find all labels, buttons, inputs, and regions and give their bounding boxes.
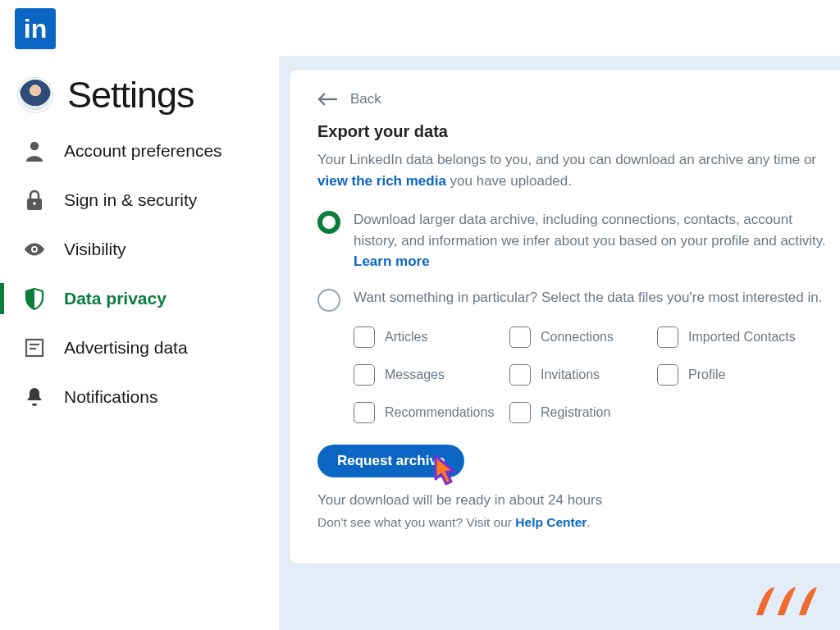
checkbox-grid: Articles Connections Imported Contacts M… — [354, 326, 829, 423]
option-full-archive[interactable]: Download larger data archive, including … — [317, 209, 829, 272]
checkbox-label: Profile — [688, 368, 725, 382]
checkbox-icon[interactable] — [354, 364, 375, 386]
sidebar-item-data-privacy[interactable]: Data privacy — [18, 287, 279, 310]
sidebar-item-account-preferences[interactable]: Account preferences — [18, 139, 279, 162]
eye-icon — [23, 238, 46, 261]
checkbox-imported-contacts[interactable]: Imported Contacts — [657, 326, 829, 348]
sidebar-item-notifications[interactable]: Notifications — [18, 386, 279, 409]
svg-point-4 — [33, 248, 36, 251]
checkbox-icon[interactable] — [657, 326, 678, 348]
help-center-link[interactable]: Help Center — [515, 515, 587, 529]
linkedin-logo-text: in — [24, 16, 47, 42]
help-text: Don't see what you want? Visit our Help … — [317, 515, 829, 530]
radio-unselected-icon[interactable] — [317, 289, 340, 312]
svg-point-2 — [33, 202, 36, 205]
download-ready-text: Your download will be ready in about 24 … — [317, 492, 829, 509]
checkbox-icon[interactable] — [354, 326, 375, 348]
checkbox-messages[interactable]: Messages — [354, 364, 509, 386]
arrow-left-icon — [317, 93, 339, 106]
lock-icon — [23, 189, 46, 212]
checkbox-icon[interactable] — [509, 326, 531, 348]
sidebar: Settings Account preferences Sign in & s… — [0, 56, 279, 630]
shield-icon — [23, 287, 46, 310]
section-title: Export your data — [317, 122, 829, 141]
linkedin-logo[interactable]: in — [15, 8, 56, 49]
checkbox-icon[interactable] — [354, 402, 375, 423]
person-icon — [23, 139, 46, 162]
checkbox-label: Registration — [541, 405, 610, 420]
settings-card: Back Export your data Your LinkedIn data… — [289, 69, 840, 564]
page-title: Settings — [67, 74, 194, 116]
checkbox-recommendations[interactable]: Recommendations — [354, 402, 509, 423]
option-full-text: Download larger data archive, including … — [354, 209, 829, 272]
back-button[interactable]: Back — [317, 91, 829, 107]
checkbox-profile[interactable]: Profile — [657, 364, 829, 386]
option-specific-files[interactable]: Want something in particular? Select the… — [317, 287, 829, 312]
checkbox-icon[interactable] — [657, 364, 678, 386]
checkbox-icon[interactable] — [509, 402, 531, 423]
help-suffix: . — [587, 515, 590, 529]
sidebar-item-visibility[interactable]: Visibility — [18, 238, 279, 261]
checkbox-label: Messages — [385, 368, 445, 382]
document-icon — [23, 336, 46, 359]
sidebar-item-label: Account preferences — [64, 141, 222, 161]
radio-selected-icon[interactable] — [317, 211, 340, 234]
sidebar-nav: Account preferences Sign in & security V… — [18, 139, 279, 409]
request-archive-button[interactable]: Request archive — [317, 445, 464, 477]
checkbox-label: Recommendations — [385, 405, 494, 420]
intro-text: Your LinkedIn data belongs to you, and y… — [317, 149, 829, 191]
sidebar-item-label: Data privacy — [64, 289, 167, 308]
option-a-prefix: Download larger data archive, including … — [354, 212, 826, 249]
sidebar-item-label: Advertising data — [64, 338, 188, 358]
sidebar-item-advertising-data[interactable]: Advertising data — [18, 336, 279, 359]
bell-icon — [23, 386, 46, 409]
sidebar-item-label: Notifications — [64, 387, 158, 407]
intro-prefix: Your LinkedIn data belongs to you, and y… — [317, 152, 816, 167]
help-prefix: Don't see what you want? Visit our — [317, 515, 515, 529]
checkbox-registration[interactable]: Registration — [509, 402, 657, 423]
sidebar-item-sign-in-security[interactable]: Sign in & security — [18, 189, 279, 212]
watermark-icon — [751, 582, 833, 623]
checkbox-label: Invitations — [541, 368, 600, 382]
learn-more-link[interactable]: Learn more — [354, 253, 430, 269]
main-content: Back Export your data Your LinkedIn data… — [279, 56, 840, 630]
sidebar-item-label: Sign in & security — [64, 190, 197, 210]
intro-suffix: you have uploaded. — [446, 173, 572, 189]
back-label: Back — [350, 91, 381, 107]
checkbox-articles[interactable]: Articles — [354, 326, 509, 348]
view-rich-media-link[interactable]: view the rich media — [317, 173, 446, 189]
avatar[interactable] — [18, 78, 52, 112]
sidebar-item-label: Visibility — [64, 240, 126, 259]
checkbox-label: Connections — [541, 330, 614, 345]
svg-point-0 — [30, 142, 39, 150]
checkbox-connections[interactable]: Connections — [509, 326, 657, 348]
checkbox-invitations[interactable]: Invitations — [509, 364, 657, 386]
checkbox-label: Imported Contacts — [688, 330, 796, 345]
option-specific-text: Want something in particular? Select the… — [354, 287, 829, 308]
checkbox-icon[interactable] — [509, 364, 531, 386]
checkbox-label: Articles — [385, 330, 427, 345]
